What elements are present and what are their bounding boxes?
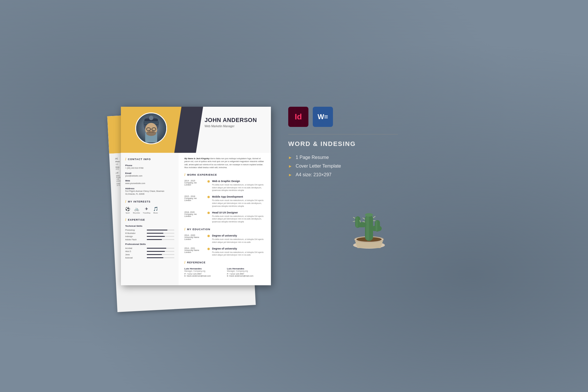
- interest-item: 🚲 Bicyclete: [133, 207, 140, 214]
- edu-dot: [207, 235, 210, 237]
- svg-rect-4: [144, 121, 158, 122]
- expertise-section: EXPERTISE Technical Skills Photoshop Ill…: [125, 218, 174, 259]
- profile-text: My Name Is Jack Kingsley Iderro illatia …: [184, 157, 265, 169]
- contact-title: CONTACT INFO: [125, 157, 174, 161]
- cactus-container: [340, 189, 398, 252]
- edu-date: 2014 - 2020: [184, 234, 207, 236]
- resume-header: JOHN ANDERSON Web Marketin Manager: [121, 107, 271, 153]
- feature-text: 1 Page Resume: [296, 155, 329, 160]
- skill-item: Adobe Flash: [125, 239, 174, 241]
- work-description: Pa delia eum ressit ma eatestiorum, ut d…: [212, 183, 265, 192]
- resume-right-column: My Name Is Jack Kingsley Iderro illatia …: [179, 153, 271, 285]
- svg-rect-25: [376, 221, 377, 231]
- interests-section: MY INTERESTS ⚽ Sport 🚲 Bicyclete ✈ Trave…: [125, 200, 174, 214]
- work-item: 2018- 2020 Company, ineLondon Head UI UX…: [184, 211, 265, 223]
- svg-point-6: [149, 116, 153, 120]
- feature-arrow: ►: [288, 155, 292, 160]
- work-details: Web & Graphic Design Pa delia eum ressit…: [212, 180, 265, 192]
- feature-text: A4 size: 210×297: [296, 172, 332, 177]
- address-value: 514 Pilgrim Avenue Chevy Chase, Bowman S…: [125, 190, 174, 196]
- email-value: your@website.com: [125, 175, 174, 177]
- ref-phone: P: +1212 123-4567: [227, 273, 265, 275]
- reference-grid: Luis Hernandes Manager, Company,org P: +…: [184, 267, 265, 277]
- skill-bar: [147, 239, 174, 240]
- profile-italic: My Name Is Jack Kingsley: [184, 157, 209, 160]
- feature-text: Cover Letter Template: [296, 164, 341, 169]
- skill-name: Autocad: [125, 257, 145, 259]
- professional-skills-label: Professional Skills: [125, 243, 174, 245]
- svg-point-13: [150, 131, 152, 132]
- phone-label: Phone: [125, 164, 174, 167]
- interest-icon: ✈: [145, 207, 148, 211]
- interest-icon: ⚽: [125, 207, 130, 211]
- profile-photo: [135, 112, 167, 144]
- work-date-col: 2018- 2020 Company, ineLondon: [184, 211, 207, 223]
- education-item: 2014 - 2020 University NameLondon Degree…: [184, 234, 265, 244]
- skill-bar-fill: [147, 251, 165, 252]
- phone-value: + (00) 243 913 5780: [125, 167, 174, 170]
- header-name-area: JOHN ANDERSON Web Marketin Manager: [205, 117, 265, 128]
- edu-details: Degree of university Pa delia eum ressit…: [212, 247, 265, 257]
- svg-rect-22: [356, 217, 358, 227]
- contact-phone: Phone + (00) 243 913 5780: [125, 164, 174, 170]
- work-dot: [207, 180, 210, 183]
- feature-item: ► A4 size: 210×297: [288, 172, 398, 177]
- edu-degree: Degree of university: [212, 247, 265, 250]
- edu-dot: [207, 248, 210, 250]
- cactus-area: [288, 189, 398, 252]
- skill-bar: [147, 230, 174, 230]
- skill-name: Jana: [125, 254, 145, 256]
- web-value: www.yourwebsite.com: [125, 182, 174, 185]
- contact-section: CONTACT INFO Phone + (00) 243 913 5780 E…: [125, 157, 174, 196]
- page-container: / C Phon +(0 Ema your / T Mike Positi +0…: [121, 107, 467, 285]
- skill-bar-fill: [147, 230, 167, 230]
- contact-email: Email your@website.com: [125, 172, 174, 177]
- work-dot: [207, 212, 210, 214]
- contact-web: Web www.yourwebsite.com: [125, 179, 174, 185]
- work-description: Pa delia eum ressit ma eatestiorum, ut d…: [212, 215, 265, 223]
- word-icon: W≡: [313, 107, 333, 127]
- interest-icon: 🎵: [153, 207, 158, 211]
- feature-arrow: ►: [288, 172, 292, 177]
- feature-item: ► Cover Letter Template: [288, 164, 398, 169]
- svg-line-28: [373, 216, 375, 218]
- skill-bar-fill: [147, 254, 162, 255]
- technical-skills-list: Photoshop Ill Illustrator indesign Adobe…: [125, 229, 174, 241]
- svg-rect-19: [366, 215, 369, 240]
- education-item: 2014 - 2021 University NameLondon Degree…: [184, 247, 265, 257]
- work-job-title: Web & Graphic Design: [212, 180, 265, 183]
- skill-name: Photoshop: [125, 229, 145, 231]
- skill-name: Adobe Flash: [125, 239, 145, 241]
- skill-bar: [147, 248, 174, 249]
- feature-item: ► 1 Page Resume: [288, 155, 398, 160]
- skill-name: Acrobat: [125, 247, 145, 249]
- interest-label: Music: [153, 212, 158, 214]
- ref-email: E: travis anderson@mail.com: [184, 275, 223, 277]
- skill-bar: [147, 251, 174, 252]
- skill-bar-fill: [147, 236, 165, 237]
- reference-item: Luis Hernandes Manager, Company,org P: +…: [184, 267, 223, 277]
- skill-item: Html 5: [125, 250, 174, 252]
- edu-institution: University NameLondon: [184, 236, 207, 240]
- work-date: 2014 - 2015: [184, 180, 207, 182]
- ref-name: Luis Hernandes: [184, 267, 223, 270]
- technical-skills-label: Technical Skills: [125, 225, 174, 227]
- edu-date: 2014 - 2021: [184, 247, 207, 249]
- ref-name: Luis Hernandes: [227, 267, 265, 270]
- edu-details: Degree of university Pa delia eum ressit…: [212, 234, 265, 244]
- work-items-list: 2014 - 2015 Company, ineLondon Web & Gra…: [184, 180, 265, 223]
- edu-institution: University NameLondon: [184, 249, 207, 253]
- work-company: Company, ineLondon: [184, 213, 207, 217]
- product-title: WORD & INDESING: [288, 140, 398, 148]
- resume-job-title: Web Marketin Manager: [205, 125, 265, 128]
- interest-icon: 🚲: [134, 207, 139, 211]
- interests-grid: ⚽ Sport 🚲 Bicyclete ✈ Travelling 🎵 Music: [125, 207, 174, 214]
- reference-section: REFERENCE Luis Hernandes Manager, Compan…: [184, 260, 265, 277]
- feature-list: ► 1 Page Resume ► Cover Letter Template …: [288, 155, 398, 177]
- ref-position: Manager, Company,org: [227, 270, 265, 272]
- right-panel: Id W≡ WORD & INDESING ► 1 Page Resume ► …: [288, 107, 398, 252]
- contact-address: Address 514 Pilgrim Avenue Chevy Chase, …: [125, 187, 174, 196]
- svg-line-27: [363, 222, 365, 222]
- work-date: 2015 - 2018: [184, 195, 207, 197]
- education-title: MY EDUCATION: [184, 227, 265, 231]
